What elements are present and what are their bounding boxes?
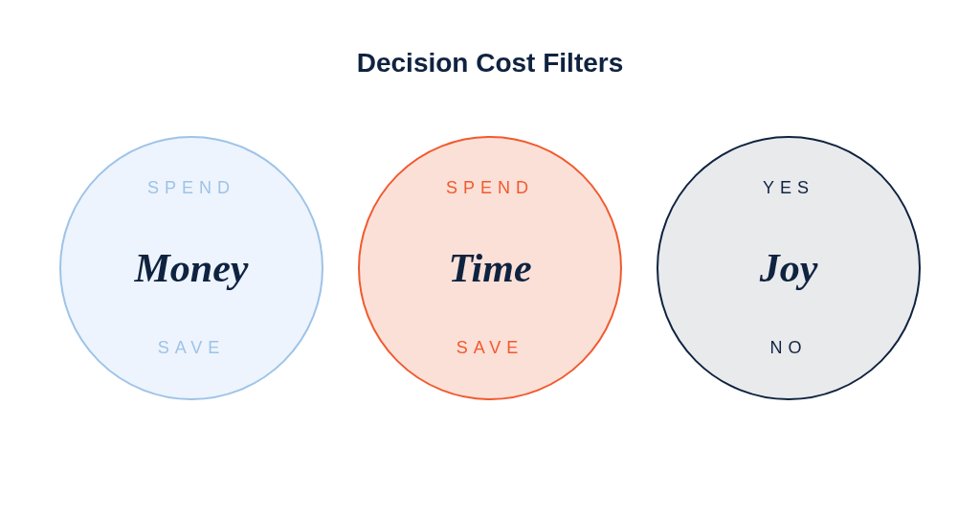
joy-center-label: Joy — [760, 245, 818, 291]
filter-circle-joy: YES Joy NO — [657, 136, 921, 400]
money-center-label: Money — [135, 245, 249, 291]
filter-circle-time: SPEND Time SAVE — [358, 136, 622, 400]
money-top-label: SPEND — [147, 178, 235, 198]
time-bottom-label: SAVE — [457, 338, 524, 358]
time-center-label: Time — [448, 245, 531, 291]
filters-row: SPEND Money SAVE SPEND Time SAVE YES Joy… — [59, 136, 921, 400]
joy-top-label: YES — [763, 178, 814, 198]
time-top-label: SPEND — [446, 178, 534, 198]
diagram-title: Decision Cost Filters — [357, 48, 624, 79]
joy-bottom-label: NO — [770, 338, 808, 358]
money-bottom-label: SAVE — [158, 338, 226, 358]
filter-circle-money: SPEND Money SAVE — [59, 136, 323, 400]
